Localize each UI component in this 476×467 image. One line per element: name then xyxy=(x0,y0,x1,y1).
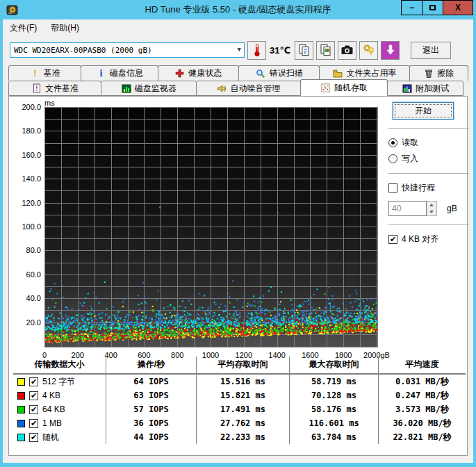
ops-cell: 64 IOPS xyxy=(106,375,196,388)
screenshot-button[interactable] xyxy=(338,41,356,60)
avg-access-cell: 17.491 ms xyxy=(196,402,289,416)
read-radio-row[interactable]: 读取 xyxy=(388,137,469,149)
tab-disk-info[interactable]: i磁盘信息 xyxy=(81,65,158,81)
short-stroke-label: 快捷行程 xyxy=(402,182,435,194)
ops-cell: 44 IOPS xyxy=(106,430,196,444)
series-cell: ✔64 KB xyxy=(13,402,106,416)
write-radio[interactable] xyxy=(388,154,397,163)
hdtune-window: HD Tune 专业版 5.50 - 硬盘/固态硬盘实用程序 − X 文件(F)… xyxy=(0,0,476,467)
start-button[interactable]: 开始 xyxy=(393,102,454,120)
align-checkbox[interactable]: ✔ xyxy=(388,235,397,244)
series-cell: ✔512 字节 xyxy=(13,375,106,388)
tab-benchmark[interactable]: !基准 xyxy=(8,65,81,81)
menu-bar: 文件(F) 帮助(H) xyxy=(3,19,473,36)
spin-down-button[interactable] xyxy=(427,208,436,215)
avg-speed-cell: 36.020 MB/秒 xyxy=(378,416,466,430)
tab-erase[interactable]: 擦除 xyxy=(409,65,468,81)
tab-file-benchmark[interactable]: !文件基准 xyxy=(8,81,101,96)
spin-down-icon xyxy=(429,211,434,213)
tab-label: 磁盘监视器 xyxy=(135,83,177,95)
chevron-down-icon: ▼ xyxy=(238,46,241,53)
y-axis-tick: 80.0 xyxy=(12,246,41,254)
tab-extra-tests[interactable]: 附加测试 xyxy=(387,81,463,96)
tab-label: 自动噪音管理 xyxy=(231,83,281,95)
y-axis-tick: 100.0 xyxy=(12,222,41,231)
tab-label: 随机存取 xyxy=(334,82,368,94)
svg-text:!: ! xyxy=(35,85,38,92)
update-download-button[interactable] xyxy=(381,41,400,60)
column-header: 最大存取时间 xyxy=(289,357,378,373)
title-bar[interactable]: HD Tune 专业版 5.50 - 硬盘/固态硬盘实用程序 − X xyxy=(0,0,476,19)
temperature-button[interactable] xyxy=(247,41,266,60)
ops-cell: 57 IOPS xyxy=(106,402,196,416)
series-cell: ✔4 KB xyxy=(13,388,106,402)
tab-folder-usage[interactable]: 文件夹占用率 xyxy=(319,65,409,81)
short-stroke-checkbox[interactable] xyxy=(388,183,397,192)
tab-health[interactable]: 健康状态 xyxy=(158,65,239,81)
y-axis-tick: 40.0 xyxy=(12,294,41,302)
align-row[interactable]: ✔ 4 KB 对齐 xyxy=(388,234,469,245)
test-controls: 开始 读取 写入 快捷行程 40 xyxy=(388,102,469,249)
separator xyxy=(388,224,469,225)
camera-icon xyxy=(340,44,354,56)
series-color-swatch xyxy=(17,434,25,441)
maximize-button[interactable] xyxy=(422,0,443,15)
series-cell: ✔随机 xyxy=(13,430,106,444)
table-row: ✔1 MB36 IOPS27.762 ms116.601 ms36.020 MB… xyxy=(13,416,466,430)
keys-icon xyxy=(363,44,375,56)
drive-select[interactable]: WDC WD20EARX-00PASB0 (2000 gB) ▼ xyxy=(10,42,245,58)
series-checkbox[interactable]: ✔ xyxy=(29,391,38,400)
avg-speed-cell: 22.821 MB/秒 xyxy=(378,430,466,444)
tab-label: 基准 xyxy=(44,67,60,79)
copy-image-button[interactable] xyxy=(316,41,335,60)
options-button[interactable] xyxy=(359,41,378,60)
avg-speed-cell: 3.573 MB/秒 xyxy=(378,402,466,416)
extra-tests-icon xyxy=(402,83,412,93)
table-row: ✔512 字节64 IOPS15.516 ms58.719 ms0.031 MB… xyxy=(13,375,466,388)
toolbar-icons xyxy=(292,41,400,60)
tab-label: 健康状态 xyxy=(188,67,222,79)
ops-cell: 36 IOPS xyxy=(106,416,196,430)
download-arrow-icon xyxy=(385,44,396,56)
copy-text-button[interactable] xyxy=(295,41,313,60)
ops-cell: 63 IOPS xyxy=(106,388,196,402)
read-radio[interactable] xyxy=(388,138,397,147)
spin-up-button[interactable] xyxy=(427,202,436,208)
tab-disk-monitor[interactable]: 磁盘监视器 xyxy=(101,81,197,96)
y-axis-tick: 140.0 xyxy=(12,174,41,183)
random-access-panel: ms 200.0180.0160.0140.0120.0100.080.060.… xyxy=(8,96,468,456)
series-checkbox[interactable]: ✔ xyxy=(29,405,38,414)
avg-access-cell: 27.762 ms xyxy=(196,416,289,430)
column-header: 操作/秒 xyxy=(106,357,196,373)
max-access-cell: 63.784 ms xyxy=(289,430,378,444)
tab-aam[interactable]: 自动噪音管理 xyxy=(196,81,301,96)
short-stroke-spinner xyxy=(427,201,437,216)
menu-help[interactable]: 帮助(H) xyxy=(51,22,79,34)
spin-up-icon xyxy=(429,204,434,206)
write-radio-row[interactable]: 写入 xyxy=(388,153,469,165)
avg-speed-cell: 0.247 MB/秒 xyxy=(378,388,466,402)
max-access-cell: 116.601 ms xyxy=(289,416,378,430)
tab-error-scan[interactable]: 错误扫描 xyxy=(238,65,320,81)
column-header: 平均存取时间 xyxy=(196,357,289,373)
error-scan-icon xyxy=(256,69,266,79)
short-stroke-row[interactable]: 快捷行程 xyxy=(388,182,469,194)
series-label: 随机 xyxy=(42,432,59,443)
toolbar: WDC WD20EARX-00PASB0 (2000 gB) ▼ 31℃ xyxy=(3,36,473,64)
series-checkbox[interactable]: ✔ xyxy=(29,377,38,386)
series-checkbox[interactable]: ✔ xyxy=(29,433,38,442)
short-stroke-size-input[interactable]: 40 xyxy=(388,201,427,216)
minimize-button[interactable]: − xyxy=(401,0,422,15)
series-checkbox[interactable]: ✔ xyxy=(29,419,38,428)
folder-usage-icon xyxy=(332,69,343,79)
tab-random-access[interactable]: 随机存取 xyxy=(300,79,388,96)
series-label: 512 字节 xyxy=(42,376,75,388)
series-color-swatch xyxy=(17,392,25,400)
menu-file[interactable]: 文件(F) xyxy=(10,22,37,34)
exit-button[interactable]: 退出 xyxy=(411,42,451,59)
copy-image-icon xyxy=(320,44,332,56)
series-color-swatch xyxy=(17,420,25,427)
close-button[interactable]: X xyxy=(443,0,473,15)
tab-strip: !基准i磁盘信息健康状态错误扫描文件夹占用率擦除 !文件基准磁盘监视器自动噪音管… xyxy=(3,64,473,96)
radio-dot xyxy=(391,141,395,145)
